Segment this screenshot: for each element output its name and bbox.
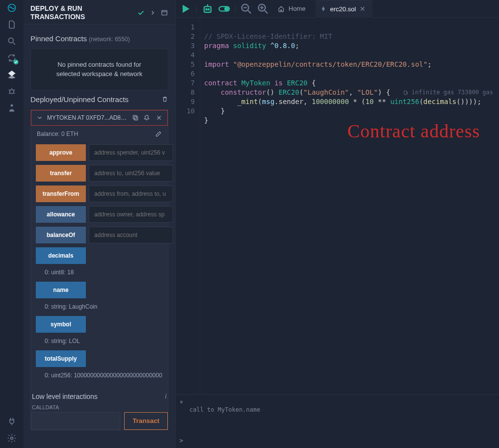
function-button-approve[interactable]: approve (36, 144, 86, 161)
console-collapse-icon[interactable]: » (178, 400, 185, 403)
home-icon (278, 5, 285, 12)
function-row-transfer: transfer (36, 165, 163, 182)
svg-point-3 (10, 90, 14, 94)
chevron-down-icon[interactable] (36, 114, 43, 121)
function-row-symbol: symbol (36, 316, 163, 333)
function-button-allowance[interactable]: allowance (36, 206, 86, 223)
function-input-transferFrom[interactable] (89, 185, 173, 202)
toggle-icon[interactable] (217, 2, 231, 16)
debug-icon[interactable] (7, 86, 17, 96)
calldata-input[interactable] (31, 412, 120, 430)
gutter: 12345678910 (176, 18, 200, 394)
search-icon[interactable] (7, 36, 17, 46)
zoom-in-icon[interactable] (256, 2, 270, 16)
function-row-totalSupply: totalSupply (36, 350, 163, 367)
tab-close-icon[interactable]: ✕ (360, 5, 366, 13)
code-content: // SPDX-License-Identifier: MIT pragma s… (200, 18, 481, 394)
function-button-symbol[interactable]: symbol (36, 316, 86, 333)
deploy-icon[interactable] (7, 70, 17, 79)
function-input-approve[interactable] (89, 144, 173, 161)
edit-icon[interactable] (155, 131, 162, 137)
function-button-balanceOf[interactable]: balanceOf (36, 227, 86, 243)
balance-row: Balance: 0 ETH (31, 126, 168, 142)
zoom-out-icon[interactable] (239, 2, 253, 16)
transact-button[interactable]: Transact (124, 412, 168, 430)
function-button-totalSupply[interactable]: totalSupply (36, 350, 86, 367)
function-input-allowance[interactable] (89, 206, 173, 223)
solidity-icon (320, 6, 326, 12)
svg-rect-6 (162, 10, 167, 15)
remix-logo-icon[interactable] (7, 3, 17, 13)
function-result-decimals: 0: uint8: 18 (36, 268, 163, 278)
function-button-transferFrom[interactable]: transferFrom (36, 185, 86, 202)
plugin-icon[interactable] (7, 103, 17, 113)
plug-icon[interactable] (7, 417, 17, 426)
robot-icon[interactable] (201, 2, 214, 16)
low-level-title: Low level interactions i (32, 393, 167, 400)
console-line: call to MyToken.name (184, 395, 499, 413)
svg-point-5 (11, 437, 13, 440)
function-row-transferFrom: transferFrom (36, 185, 163, 202)
panel-title: DEPLOY & RUN TRANSACTIONS (30, 4, 137, 21)
function-input-transfer[interactable] (89, 165, 173, 182)
console-prompt[interactable]: > (180, 437, 183, 444)
info-icon[interactable]: i (165, 393, 167, 400)
function-result-name: 0: string: LaughCoin (36, 302, 163, 312)
check-icon (137, 9, 145, 17)
function-button-transfer[interactable]: transfer (36, 165, 86, 182)
svg-point-1 (8, 38, 13, 43)
calldata-label: CALLDATA (32, 404, 167, 410)
editor-topbar: Home erc20.sol ✕ (176, 0, 499, 18)
icon-sidebar (0, 0, 24, 448)
svg-point-11 (208, 9, 209, 10)
pin-icon[interactable] (144, 114, 151, 121)
function-row-name: name (36, 282, 163, 298)
pinned-section-title: Pinned Contracts (network: 6550) (30, 34, 168, 43)
gas-hint: infinite gas 733800 gas (403, 88, 493, 97)
main-area: Home erc20.sol ✕ 12345678910 // SPDX-Lic… (176, 0, 499, 448)
code-editor[interactable]: 12345678910 // SPDX-License-Identifier: … (176, 18, 499, 394)
close-icon[interactable] (156, 114, 162, 121)
function-row-decimals: decimals (36, 247, 163, 264)
run-icon[interactable] (179, 2, 192, 16)
function-row-approve: approve (36, 144, 163, 161)
window-icon[interactable] (160, 9, 168, 17)
svg-point-4 (11, 105, 13, 107)
svg-rect-8 (133, 115, 136, 119)
home-tab[interactable]: Home (273, 0, 313, 18)
settings-icon[interactable] (7, 433, 17, 443)
deploy-panel: DEPLOY & RUN TRANSACTIONS Pinned Contrac… (24, 0, 176, 448)
compile-icon[interactable] (7, 53, 17, 63)
svg-point-13 (225, 7, 228, 10)
pinned-empty-message: No pinned contracts found for selected w… (30, 49, 168, 90)
contract-header[interactable]: MYTOKEN AT 0XFD7...AD89F (BL (31, 110, 168, 126)
function-button-name[interactable]: name (36, 282, 86, 298)
function-input-balanceOf[interactable] (89, 227, 173, 243)
svg-rect-7 (134, 116, 138, 120)
svg-rect-16 (404, 91, 406, 95)
deployed-section-title: Deployed/Unpinned Contracts (30, 95, 168, 104)
function-row-balanceOf: balanceOf (36, 227, 163, 243)
chevron-right-icon[interactable] (150, 10, 156, 16)
file-tab[interactable]: erc20.sol ✕ (315, 0, 373, 18)
console[interactable]: » call to MyToken.name > (176, 394, 499, 448)
contract-card: MYTOKEN AT 0XFD7...AD89F (BL Balance: 0 … (30, 109, 168, 430)
function-rows: approvetransfertransferFromallowancebala… (31, 142, 168, 386)
copy-icon[interactable] (132, 114, 139, 121)
function-row-allowance: allowance (36, 206, 163, 223)
gas-icon (403, 90, 409, 96)
files-icon[interactable] (7, 20, 17, 29)
svg-point-10 (206, 9, 207, 10)
function-result-totalSupply: 0: uint256: 100000000000000000000000000 (36, 371, 163, 381)
contract-address-label: MYTOKEN AT 0XFD7...AD89F (BL (47, 114, 128, 121)
function-button-decimals[interactable]: decimals (36, 247, 86, 264)
function-result-symbol: 0: string: LOL (36, 337, 163, 346)
trash-icon[interactable] (161, 96, 168, 103)
